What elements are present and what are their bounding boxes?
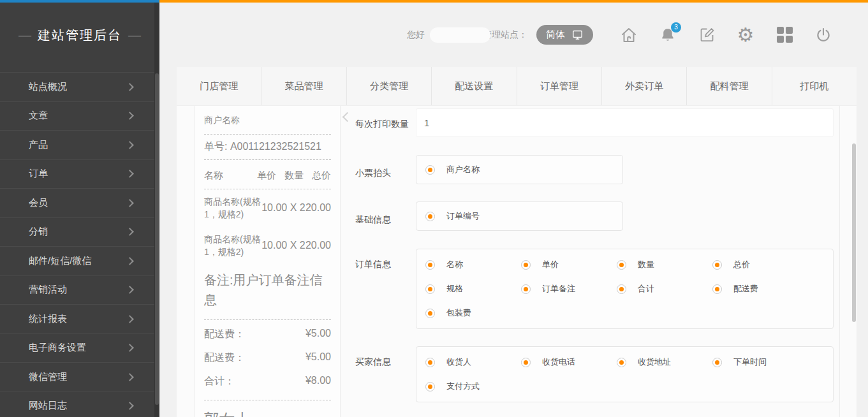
sidebar-item-label: 网站日志 [29, 400, 67, 412]
sidebar-item-label: 电子商务设置 [29, 342, 86, 354]
receipt-fee-row: 配送费： ¥5.00 [204, 323, 331, 346]
radio-option[interactable]: 支付方式 [425, 381, 521, 392]
option-row: 名称 单价 数量 总价 [416, 252, 833, 277]
sidebar-item[interactable]: 文章 [0, 101, 154, 131]
tab-content: 商户名称 单号: A001121232521521 名称 单价 数量 总价 商品… [177, 106, 857, 417]
chevron-right-icon [126, 286, 134, 294]
print-count-input[interactable] [416, 108, 834, 137]
sidebar-item[interactable]: 统计报表 [0, 304, 154, 333]
radio-option-label: 下单时间 [733, 356, 767, 368]
sidebar-item[interactable]: 分销 [0, 217, 154, 247]
tab[interactable]: 打印机 [772, 67, 857, 105]
power-icon [814, 26, 832, 44]
receipt-fee-label: 合计： [204, 375, 235, 388]
receipt-order-number: 单号: A001121232521521 [204, 135, 331, 160]
language-pill-label: 简体 [546, 29, 565, 41]
radio-icon [425, 212, 435, 221]
receipt-col-total: 总价 [312, 170, 331, 182]
radio-icon [712, 284, 722, 294]
sidebar-item-label: 微信管理 [29, 371, 67, 383]
sidebar-item[interactable]: 站点概况 [0, 72, 154, 101]
receipt-fee-label: 配送费： [204, 328, 245, 341]
title-dash: — [128, 28, 141, 42]
radio-option-label: 单价 [542, 259, 559, 270]
radio-option[interactable]: 订单编号 [425, 210, 521, 222]
receipt-merchant-name: 商户名称 [204, 108, 331, 135]
language-pill-button[interactable]: 简体 [536, 25, 593, 45]
radio-option[interactable]: 订单备注 [521, 283, 617, 295]
sidebar-item[interactable]: 营销活动 [0, 275, 154, 305]
tab[interactable]: 订单管理 [517, 67, 601, 105]
radio-option[interactable]: 名称 [425, 259, 521, 270]
radio-option[interactable]: 收货电话 [521, 356, 617, 368]
sidebar: —建站管理后台— 站点概况 文章 产品 订单 会员 分销 邮件/短信/微信 [0, 0, 159, 417]
radio-option[interactable]: 商户名称 [425, 164, 521, 175]
tab[interactable]: 外卖订单 [601, 67, 686, 105]
tab[interactable]: 配送设置 [431, 67, 516, 105]
radio-option[interactable]: 收货人 [425, 356, 521, 368]
redacted-username [430, 27, 490, 43]
notifications-button[interactable]: 3 [656, 24, 679, 47]
radio-icon [425, 165, 435, 175]
tab[interactable]: 配料管理 [686, 67, 771, 105]
receipt-col-price: 单价 [257, 170, 276, 182]
customer-name: 郭女士 [204, 407, 331, 417]
tab[interactable]: 菜品管理 [261, 67, 346, 105]
radio-icon [425, 382, 435, 391]
sidebar-item[interactable]: 电子商务设置 [0, 333, 154, 363]
radio-option-label: 配送费 [733, 283, 758, 295]
receipt-items: 商品名称(规格1，规格2) 10.00 X 2 20.00 商品名称(规格1，规… [204, 189, 331, 264]
chevron-right-icon [126, 315, 134, 323]
radio-option-label: 订单编号 [446, 210, 480, 222]
chevron-right-icon [126, 228, 134, 236]
sidebar-item[interactable]: 微信管理 [0, 362, 154, 391]
sidebar-scrollbar[interactable] [155, 73, 159, 405]
tab[interactable]: 门店管理 [177, 67, 261, 105]
order-info-options-box: 名称 单价 数量 总价 规格 [416, 249, 834, 329]
chevron-right-icon [126, 402, 134, 410]
radio-option[interactable]: 数量 [617, 259, 712, 270]
receipt-header-label: 小票抬头 [355, 168, 391, 179]
radio-icon [712, 260, 722, 270]
sidebar-item[interactable]: 网站日志 [0, 391, 154, 417]
radio-icon [425, 284, 435, 294]
logout-button[interactable] [812, 24, 835, 47]
tab-label: 菜品管理 [285, 80, 323, 92]
main-accent-bar [159, 0, 868, 3]
radio-icon [521, 358, 531, 367]
sidebar-item[interactable]: 订单 [0, 159, 154, 189]
chevron-right-icon [126, 373, 134, 381]
radio-icon [617, 284, 626, 294]
settings-button[interactable]: ⚙ [734, 24, 757, 47]
radio-option[interactable]: 单价 [521, 259, 617, 270]
receipt-fees: 配送费： ¥5.00 配送费： ¥5.00 合计： ¥8.00 [204, 320, 331, 400]
tab[interactable]: 分类管理 [346, 67, 431, 105]
sidebar-item[interactable]: 产品 [0, 130, 154, 159]
option-row: 支付方式 [416, 374, 833, 399]
apps-button[interactable] [773, 24, 796, 47]
title-dash: — [18, 28, 31, 42]
header: 您好 管理站点： 简体 3 [159, 3, 868, 67]
radio-icon [617, 260, 626, 270]
sidebar-item-label: 产品 [29, 139, 48, 151]
radio-option[interactable]: 规格 [425, 283, 521, 295]
edit-button[interactable] [695, 24, 718, 47]
radio-option[interactable]: 合计 [617, 283, 712, 295]
content-scrollbar[interactable] [852, 143, 856, 322]
sidebar-item-label: 分销 [29, 226, 48, 238]
receipt-col-qty: 数量 [284, 170, 304, 182]
radio-option-label: 收货人 [446, 356, 471, 368]
radio-option[interactable]: 下单时间 [712, 356, 808, 368]
radio-option-label: 规格 [446, 283, 463, 295]
receipt-fee-value: ¥5.00 [305, 351, 331, 365]
home-button[interactable] [617, 24, 640, 47]
receipt-fee-value: ¥8.00 [305, 375, 331, 388]
radio-option[interactable]: 总价 [712, 259, 808, 270]
sidebar-item[interactable]: 邮件/短信/微信 [0, 246, 154, 275]
sidebar-item[interactable]: 会员 [0, 188, 154, 217]
radio-option[interactable]: 配送费 [712, 283, 808, 295]
radio-option[interactable]: 收货地址 [617, 356, 712, 368]
radio-option[interactable]: 包装费 [425, 307, 521, 319]
gear-icon: ⚙ [737, 26, 754, 45]
tab-label: 外卖订单 [625, 80, 663, 92]
